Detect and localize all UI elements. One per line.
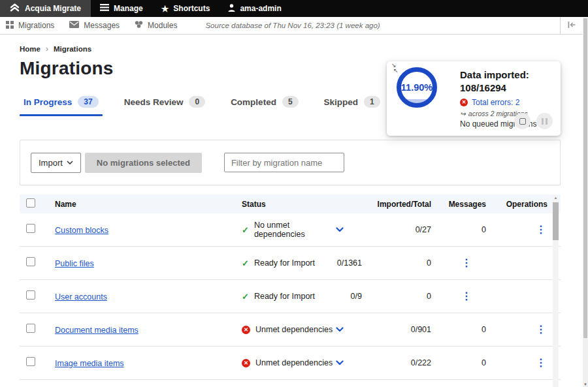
- tab-count-badge: 37: [78, 96, 98, 108]
- messages-count: 0: [362, 292, 431, 301]
- operations-kebab-icon[interactable]: ⋮: [461, 257, 472, 268]
- error-icon: ✕: [242, 359, 250, 367]
- tab[interactable]: Needs Review 0: [120, 90, 209, 116]
- data-imported-title: Data imported:: [460, 69, 557, 82]
- row-checkbox[interactable]: [26, 357, 35, 366]
- header-imported-total: Imported/Total: [362, 200, 431, 209]
- table-scrollbar-thumb[interactable]: [553, 202, 559, 240]
- scrollbar-up-arrow-icon[interactable]: ▲: [553, 196, 559, 200]
- messages-count: 0: [431, 325, 486, 334]
- migration-name-link[interactable]: Document media items: [55, 326, 139, 335]
- row-checkbox[interactable]: [26, 290, 35, 300]
- check-icon: ✓: [242, 226, 249, 234]
- messages-count: 0: [362, 258, 431, 268]
- expand-chevron-icon[interactable]: [336, 227, 362, 232]
- nav-messages-label: Messages: [84, 21, 120, 30]
- breadcrumb-home[interactable]: Home: [20, 45, 41, 53]
- tab[interactable]: Skipped 1: [320, 90, 384, 116]
- breadcrumb: Home › Migrations: [20, 44, 588, 54]
- error-icon: ✕: [460, 99, 468, 106]
- grid-icon: [6, 21, 14, 31]
- star-icon: ★: [161, 5, 169, 13]
- tab[interactable]: Completed 5: [227, 90, 302, 116]
- migration-row: Custom blocks ✓ ✕ No unmet dependencies …: [20, 213, 561, 247]
- migration-row: Private files ✓ ✕ Unmet dependencies 0/1…: [20, 380, 561, 387]
- status-label: No unmet dependencies: [254, 221, 336, 239]
- check-icon: ✓: [242, 259, 249, 268]
- brand-label: Acquia Migrate: [25, 4, 81, 13]
- row-checkbox[interactable]: [26, 257, 35, 266]
- nav-modules[interactable]: Modules: [135, 20, 186, 31]
- collapse-resize-icon[interactable]: ↘ ↖: [389, 62, 400, 74]
- nav-messages[interactable]: Messages: [69, 21, 128, 30]
- operations-kebab-icon[interactable]: ⋮: [536, 224, 546, 235]
- hamburger-icon: [100, 4, 109, 13]
- toolbar-collapse-button[interactable]: [560, 17, 583, 34]
- header-name: Name: [55, 200, 242, 209]
- manage-label: Manage: [114, 4, 143, 13]
- total-errors-link[interactable]: ✕ Total errors: 2: [460, 98, 557, 107]
- import-progress-card: ↘ ↖ 11.90% Data imported: 108/16294 ✕ To…: [387, 61, 561, 136]
- status-label: Ready for Import: [254, 258, 315, 268]
- status-cell: ✓ ✕ Ready for Import: [242, 258, 336, 268]
- stop-icon: [519, 118, 526, 125]
- caret-down-icon: [67, 161, 73, 164]
- status-label: Unmet dependencies: [255, 358, 333, 367]
- migration-name-link[interactable]: Custom blocks: [55, 226, 108, 235]
- scrollbar-down-arrow-icon[interactable]: ▼: [583, 382, 588, 386]
- progress-donut: 11.90%: [397, 67, 437, 108]
- nav-migrations[interactable]: Migrations: [6, 21, 63, 31]
- acquia-migrate-brand[interactable]: Acquia Migrate: [0, 0, 91, 17]
- migration-row: Public files ✓ ✕ Ready for Import 0/1361…: [20, 247, 561, 280]
- actions-panel: Import No migrations selected: [20, 140, 561, 185]
- status-cell: ✓ ✕ Unmet dependencies: [242, 325, 336, 334]
- migration-row: Image media items ✓ ✕ Unmet dependencies…: [20, 347, 561, 380]
- operations-kebab-icon[interactable]: ⋮: [461, 290, 472, 302]
- username-label: ama-admin: [240, 4, 281, 13]
- breadcrumb-current: Migrations: [54, 45, 91, 53]
- row-checkbox[interactable]: [26, 224, 35, 233]
- expand-chevron-icon[interactable]: [336, 327, 362, 332]
- tab-label: Needs Review: [124, 97, 184, 107]
- pause-button[interactable]: [536, 113, 553, 129]
- check-icon: ✓: [242, 292, 249, 301]
- breadcrumb-separator-icon: ›: [46, 44, 48, 54]
- migration-name-link[interactable]: Image media items: [55, 359, 124, 368]
- modules-icon: [135, 20, 143, 31]
- progress-percent: 11.90%: [401, 82, 433, 93]
- admin-toolbar: Acquia Migrate Manage ★ Shortcuts ama-ad…: [0, 0, 588, 17]
- migration-name-link[interactable]: Public files: [55, 259, 94, 268]
- migration-row: Document media items ✓ ✕ Unmet dependenc…: [20, 313, 561, 347]
- tab-label: Completed: [231, 97, 276, 107]
- migration-name-link[interactable]: User accounts: [55, 292, 107, 302]
- shortcuts-label: Shortcuts: [173, 4, 210, 13]
- import-dropdown-button[interactable]: Import: [31, 153, 81, 173]
- messages-count: 0: [431, 358, 486, 367]
- nav-migrations-label: Migrations: [18, 21, 54, 30]
- header-operations: Operations: [486, 200, 561, 209]
- import-label: Import: [39, 158, 63, 168]
- manage-menu[interactable]: Manage: [91, 0, 152, 17]
- status-cell: ✓ ✕ Ready for Import: [242, 292, 336, 301]
- tab-count-badge: 1: [364, 96, 380, 108]
- stop-button[interactable]: [514, 113, 531, 129]
- operations-kebab-icon[interactable]: ⋮: [536, 324, 546, 335]
- select-all-checkbox[interactable]: [26, 198, 35, 208]
- header-messages: Messages: [431, 200, 486, 209]
- status-cell: ✓ ✕ Unmet dependencies: [242, 358, 336, 367]
- shortcuts-menu[interactable]: ★ Shortcuts: [152, 0, 220, 17]
- imported-total-value: 0/222: [362, 358, 431, 367]
- row-checkbox[interactable]: [26, 324, 35, 333]
- page-scrollbar: ▼: [583, 18, 588, 387]
- user-menu[interactable]: ama-admin: [219, 0, 290, 17]
- page-scrollbar-thumb[interactable]: [583, 18, 587, 338]
- migrations-table: Name Status Imported/Total Messages Oper…: [20, 194, 561, 387]
- envelope-icon: [69, 21, 79, 30]
- hooked-arrow-icon: ↪: [460, 110, 466, 117]
- operations-kebab-icon[interactable]: ⋮: [536, 357, 546, 368]
- status-label: Unmet dependencies: [255, 325, 333, 334]
- tab[interactable]: In Progress 37: [20, 90, 103, 116]
- expand-chevron-icon[interactable]: [336, 360, 362, 365]
- migration-filter-input[interactable]: [224, 153, 344, 172]
- imported-total-value: 0/901: [362, 325, 431, 334]
